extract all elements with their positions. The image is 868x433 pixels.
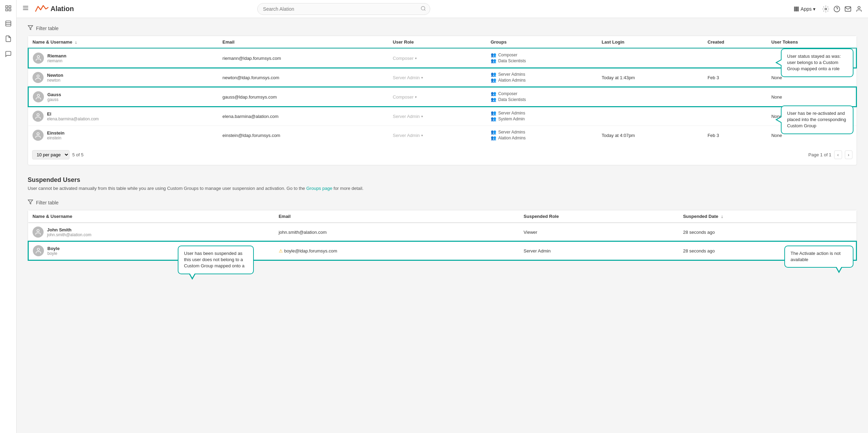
- sus-col-name: Name & Username: [28, 210, 275, 223]
- svg-point-32: [37, 230, 39, 232]
- group-name: Server Admins: [498, 111, 525, 116]
- active-user-row[interactable]: Einstein einstein einstein@ldap.forumsys…: [28, 126, 856, 145]
- group-icon: 👥: [491, 52, 496, 57]
- svg-point-27: [37, 75, 39, 77]
- role-chevron-icon[interactable]: ▾: [415, 56, 417, 60]
- logo[interactable]: Alation: [35, 4, 74, 14]
- user-last-login-cell: [598, 87, 703, 107]
- user-email-cell: einstein@ldap.forumsys.com: [218, 126, 388, 145]
- role-label: Composer: [393, 56, 414, 61]
- group-name: Composer: [498, 91, 517, 96]
- sort-arrow-name: ↓: [75, 39, 77, 45]
- user-info: Newton newton: [47, 73, 63, 83]
- topnav: Alation Apps ▾: [17, 0, 868, 18]
- warning-icon: ⚠: [279, 248, 283, 254]
- active-user-row[interactable]: El elena.barmina@alation.com elena.barmi…: [28, 107, 856, 126]
- next-page-button[interactable]: ›: [845, 150, 852, 159]
- user-name-cell: Gauss gauss: [28, 87, 218, 107]
- group-icon: 👥: [491, 72, 496, 77]
- avatar: [33, 72, 44, 83]
- user-last-login-cell: [598, 107, 703, 126]
- svg-rect-20: [797, 10, 798, 11]
- sus-col-email: Email: [275, 210, 519, 223]
- logo-text: Alation: [50, 5, 74, 13]
- user-icon[interactable]: [856, 6, 862, 12]
- sidebar-icon-catalog[interactable]: [3, 3, 13, 13]
- svg-rect-1: [9, 6, 11, 8]
- prev-page-button[interactable]: ‹: [834, 150, 842, 159]
- avatar: [33, 111, 44, 122]
- user-display-name: Boyle: [47, 246, 59, 251]
- role-chevron-icon[interactable]: ▾: [421, 76, 423, 80]
- role-label: Composer: [393, 94, 414, 100]
- notifications-icon[interactable]: [844, 6, 851, 12]
- group-name: Data Scientists: [498, 97, 526, 102]
- sus-role-cell: Server Admin: [519, 241, 679, 260]
- search-input[interactable]: [257, 3, 430, 15]
- group-name: Composer: [498, 53, 517, 57]
- riemann-callout-text: User status stayed as was: user belongs …: [787, 54, 841, 71]
- user-username: gauss: [47, 97, 61, 102]
- role-chevron-icon[interactable]: ▾: [421, 133, 423, 137]
- group-icon: 👥: [491, 91, 496, 96]
- apps-button[interactable]: Apps ▾: [791, 5, 818, 13]
- suspended-user-row[interactable]: John Smith john.smith@alation.com john.s…: [28, 223, 856, 241]
- suspended-user-row[interactable]: Boyle boyle ⚠boyle@ldap.forumsys.com Ser…: [28, 241, 856, 260]
- user-info: John Smith john.smith@alation.com: [47, 227, 91, 237]
- hamburger-menu[interactable]: [22, 4, 29, 13]
- svg-point-30: [37, 133, 39, 135]
- user-display-name: John Smith: [47, 227, 91, 232]
- group-item: 👥 Server Admins: [491, 110, 593, 116]
- per-page-select[interactable]: 10 per page 25 per page 50 per page: [32, 150, 70, 159]
- activate-callout-text: The Activate action is not available: [791, 251, 841, 262]
- svg-rect-3: [9, 9, 11, 11]
- svg-rect-19: [796, 10, 797, 11]
- user-display-name: Gauss: [47, 92, 61, 97]
- groups-page-link[interactable]: Groups page: [306, 186, 332, 191]
- group-icon: 👥: [491, 58, 496, 63]
- page-info: Page 1 of 1 ‹ ›: [809, 150, 852, 159]
- suspended-desc-end: for more detail.: [334, 186, 364, 191]
- svg-point-26: [37, 56, 40, 58]
- role-chevron-icon[interactable]: ▾: [421, 114, 423, 118]
- group-item: 👥 Composer: [491, 52, 593, 57]
- sidebar-icon-docs[interactable]: [3, 34, 13, 44]
- user-created-cell: [703, 87, 767, 107]
- svg-point-33: [37, 248, 40, 251]
- group-item: 👥 Server Admins: [491, 129, 593, 135]
- user-created-cell: [703, 107, 767, 126]
- group-icon: 👥: [491, 135, 496, 140]
- user-role-cell: Server Admin ▾: [389, 68, 487, 87]
- active-user-row[interactable]: Gauss gauss gauss@ldap.forumsys.com Comp…: [28, 87, 856, 107]
- active-user-row[interactable]: Newton newton newton@ldap.forumsys.com S…: [28, 68, 856, 87]
- user-tokens-cell: None: [767, 87, 856, 107]
- group-item: 👥 Alation Admins: [491, 135, 593, 140]
- group-icon: 👥: [491, 97, 496, 102]
- user-username: riemann: [47, 58, 66, 63]
- svg-point-10: [421, 6, 425, 10]
- user-username: einstein: [47, 136, 65, 140]
- group-item: 👥 Alation Admins: [491, 77, 593, 83]
- group-name: System Admin: [498, 117, 525, 121]
- sidebar-icon-messages[interactable]: [3, 49, 13, 59]
- page-label: Page 1 of 1: [809, 152, 832, 157]
- settings-icon[interactable]: [822, 6, 829, 12]
- sidebar-icon-compose[interactable]: [3, 19, 13, 28]
- sus-date-cell: 28 seconds ago: [679, 223, 856, 241]
- riemann-callout: User status stayed as was: user belongs …: [781, 48, 853, 77]
- active-user-row[interactable]: Riemann riemann riemann@ldap.forumsys.co…: [28, 48, 856, 68]
- col-created: Created: [703, 36, 767, 48]
- role-chevron-icon[interactable]: ▾: [415, 95, 417, 99]
- filter-bar-suspended: Filter table: [28, 195, 857, 210]
- user-info: Gauss gauss: [47, 92, 61, 102]
- sus-email-cell: john.smith@alation.com: [275, 223, 519, 241]
- user-info: Boyle boyle: [47, 246, 59, 256]
- svg-rect-18: [794, 10, 795, 11]
- user-name-cell: Einstein einstein: [28, 126, 218, 145]
- user-last-login-cell: Today at 1:43pm: [598, 68, 703, 87]
- group-name: Alation Admins: [498, 78, 526, 83]
- col-last-login: Last Login: [598, 36, 703, 48]
- svg-rect-16: [796, 8, 797, 9]
- suspended-table-header-row: Name & Username Email Suspended Role Sus…: [28, 210, 856, 223]
- help-icon[interactable]: [833, 6, 840, 12]
